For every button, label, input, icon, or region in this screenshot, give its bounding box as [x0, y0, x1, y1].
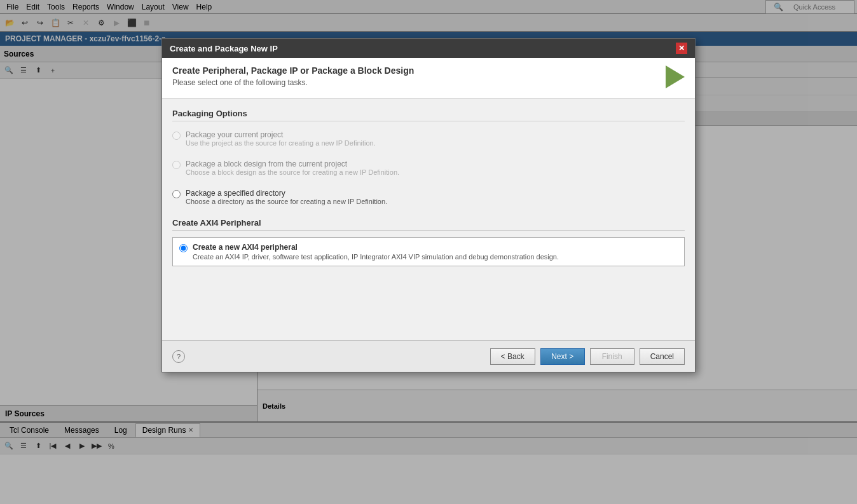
- vivado-logo-icon: [666, 65, 685, 88]
- radio-block-design-sublabel: Choose a block design as the source for …: [186, 168, 399, 176]
- modal-close-button[interactable]: ✕: [676, 43, 687, 54]
- modal-header-section: Create Peripheral, Package IP or Package…: [162, 58, 695, 99]
- radio-block-design[interactable]: [172, 161, 181, 169]
- cancel-button[interactable]: Cancel: [640, 348, 685, 365]
- radio-current-project[interactable]: [172, 132, 181, 140]
- radio-option-current-project: Package your current project Use the pro…: [172, 128, 685, 149]
- radio-current-project-sublabel: Use the project as the source for creati…: [186, 139, 376, 147]
- modal-footer: ? < Back Next > Finish Cancel: [162, 340, 695, 372]
- next-button[interactable]: Next >: [540, 348, 585, 365]
- create-axi-title: Create AXI4 Peripheral: [172, 218, 685, 231]
- modal-overlay: Create and Package New IP ✕ Create Perip…: [0, 0, 857, 504]
- radio-block-design-label: Package a block design from the current …: [186, 160, 399, 168]
- radio-option-directory: Package a specified directory Choose a d…: [172, 186, 685, 208]
- radio-directory[interactable]: [172, 190, 181, 198]
- modal-header-subtitle: Please select one of the following tasks…: [172, 78, 414, 87]
- svg-marker-0: [666, 65, 685, 88]
- axi-option: Create a new AXI4 peripheral Create an A…: [172, 237, 685, 266]
- radio-option-block-design: Package a block design from the current …: [172, 157, 685, 179]
- radio-create-axi4[interactable]: [179, 244, 188, 252]
- radio-directory-labels: Package a specified directory Choose a d…: [186, 189, 387, 205]
- modal-header-title: Create Peripheral, Package IP or Package…: [172, 65, 414, 76]
- radio-block-design-labels: Package a block design from the current …: [186, 160, 399, 176]
- modal-body: Packaging Options Package your current p…: [162, 99, 695, 340]
- packaging-options-title: Packaging Options: [172, 109, 685, 121]
- axi-option-labels: Create a new AXI4 peripheral Create an A…: [193, 243, 559, 261]
- axi-option-label: Create a new AXI4 peripheral: [193, 243, 559, 252]
- axi-option-sublabel: Create an AXI4 IP, driver, software test…: [193, 253, 559, 261]
- modal-create-package-ip: Create and Package New IP ✕ Create Perip…: [161, 38, 696, 372]
- finish-button[interactable]: Finish: [590, 348, 634, 365]
- modal-title-text: Create and Package New IP: [170, 44, 278, 53]
- radio-directory-sublabel: Choose a directory as the source for cre…: [186, 198, 387, 205]
- create-axi-section: Create AXI4 Peripheral Create a new AXI4…: [172, 218, 685, 266]
- radio-directory-label: Package a specified directory: [186, 189, 387, 198]
- radio-current-project-labels: Package your current project Use the pro…: [186, 130, 376, 147]
- back-button[interactable]: < Back: [490, 348, 535, 365]
- modal-logo: [666, 65, 685, 90]
- modal-header-text: Create Peripheral, Package IP or Package…: [172, 65, 414, 87]
- modal-titlebar: Create and Package New IP ✕: [162, 39, 695, 58]
- radio-current-project-label: Package your current project: [186, 130, 376, 139]
- help-icon: ?: [177, 353, 181, 360]
- help-button[interactable]: ?: [172, 350, 185, 363]
